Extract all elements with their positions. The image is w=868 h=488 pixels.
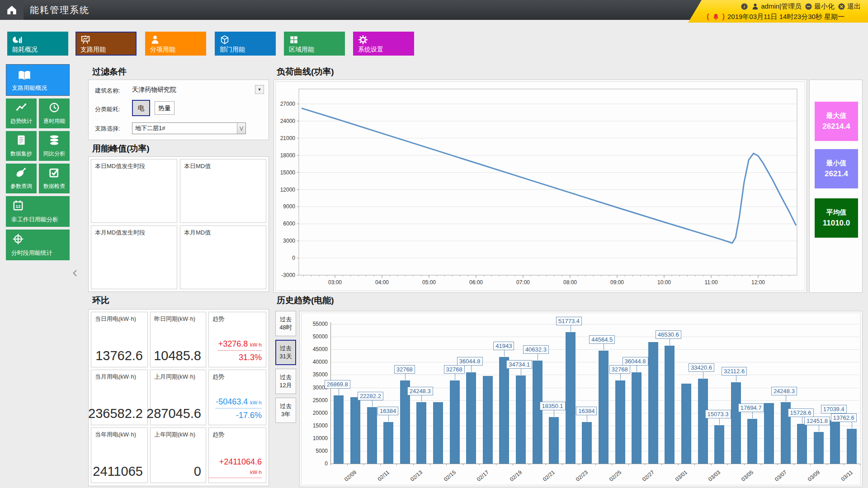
filter-section-title: 过滤条件 [92, 66, 127, 78]
svg-text:09:00: 09:00 [610, 279, 624, 286]
period-button-4[interactable]: 过去3年 [275, 398, 296, 423]
svg-text:24000: 24000 [280, 118, 296, 124]
huanbi-cell-value: 13762.6 [95, 348, 143, 363]
peak-box-label: 本月MD值发生时段 [95, 229, 145, 237]
nav-tab-3[interactable]: 分项用能 [145, 32, 206, 56]
huanbi-cell-value: 287045.6 [146, 406, 201, 421]
bar-02-16 [599, 351, 609, 464]
nav-tab-4[interactable]: 部门用能 [215, 32, 276, 56]
branch-dropdown-arrow-icon[interactable]: ⋁ [237, 123, 245, 134]
bar-x-tick: 02/15 [438, 469, 457, 486]
bar-02-6 [433, 402, 443, 464]
bar-value-label: 24248.3 [771, 387, 797, 395]
sidebar-collapse-arrow[interactable]: ‹ [72, 264, 77, 279]
nav-tab-1[interactable]: 能耗概况 [7, 32, 68, 56]
home-icon [6, 4, 18, 16]
period-button-1[interactable]: 过去48时 [275, 311, 296, 336]
donut-chart-icon [12, 35, 22, 45]
info-icon[interactable]: i [741, 3, 748, 10]
bar-value-label: 22282.2 [358, 392, 383, 400]
sidebar-item-1[interactable]: 支路用能概况 [6, 64, 70, 96]
bar-x-tick: 03/03 [703, 469, 722, 486]
sidebar-item-4[interactable]: 数据集抄 [6, 131, 37, 161]
peak-box-1: 本日MD值发生时段 [91, 159, 177, 223]
svg-text:3000: 3000 [283, 238, 295, 244]
sidebar-item-6[interactable]: 参数查询 [6, 164, 37, 193]
period-button-2[interactable]: 过去31天 [275, 340, 296, 365]
history-bar-chart-panel: 0500010000150002000025000300003500040000… [299, 311, 863, 487]
period-button-3[interactable]: 过去12月 [275, 369, 296, 394]
bar-value-label: 17694.7 [738, 404, 764, 412]
sidebar-item-8[interactable]: 12 非工作日用能分析 [6, 196, 70, 227]
history-bar-chart: 0500010000150002000025000300003500040000… [300, 311, 862, 487]
bar-value-label: 36044.8 [623, 357, 648, 366]
bar-x-tick: 02/19 [505, 469, 523, 486]
bar-x-tick: 02/21 [538, 469, 556, 486]
nav-tab-5[interactable]: 区域用能 [284, 32, 345, 56]
building-dropdown-button[interactable]: ▾ [255, 85, 264, 94]
bar-value-label: 32768 [609, 365, 630, 374]
sidebar-item-9[interactable]: 分时段用能统计 [6, 230, 70, 260]
sidebar-item-2[interactable]: 趋势统计 [6, 99, 37, 128]
load-stats-panel: 最大值 26214.4最小值 2621.4平均值 11010.0 [809, 80, 863, 293]
svg-text:6000: 6000 [283, 221, 295, 227]
huanbi-cell-label: 趋势 [212, 315, 224, 323]
peak-box-label: 本日MD值 [184, 162, 211, 170]
bar-value-label: 13762.6 [831, 413, 857, 422]
branch-select[interactable]: 地下二层1# ⋁ [132, 122, 246, 134]
sidebar-item-5[interactable]: 同比分析 [39, 131, 70, 161]
bar-y-tick: 0 [308, 460, 328, 467]
stat-label: 最大值 [815, 112, 858, 120]
sidebar-item-3[interactable]: 逐时用能 [39, 99, 70, 128]
bar-value-label: 32768 [394, 365, 415, 374]
energy-option-heat[interactable]: 热量 [155, 101, 175, 115]
energy-management-dashboard: 能耗管理系统 i admin|管理员 最小化 [0, 0, 868, 488]
bar-02-20 [665, 346, 675, 464]
stat-value: 26214.4 [815, 122, 858, 131]
load-chart-title: 负荷曲线(功率) [277, 66, 334, 78]
svg-text:04:00: 04:00 [375, 279, 389, 286]
energy-option-electric[interactable]: 电 [132, 100, 150, 116]
minimize-button[interactable]: 最小化 [805, 2, 835, 11]
bar-02-13 [549, 417, 559, 464]
bar-02-11 [516, 375, 526, 464]
huanbi-cell-label: 趋势 [212, 431, 224, 439]
building-select[interactable]: 天津药物研究院 [132, 86, 176, 94]
bar-x-tick: 02/25 [604, 469, 622, 486]
svg-text:i: i [744, 4, 745, 9]
current-user: admin|管理员 [751, 2, 802, 11]
svg-text:9000: 9000 [283, 203, 295, 210]
huanbi-cell-label: 当月用电(kW·h) [95, 373, 136, 381]
bar-value-label: 32768 [444, 365, 465, 374]
peak-box-label: 本月MD值 [184, 229, 211, 237]
bar-x-tick: 02/13 [405, 469, 424, 486]
database-icon [48, 134, 60, 146]
huanbi-grid: 当日用电(kW·h)13762.6昨日同期(kW·h)10485.8趋势 +32… [91, 312, 266, 483]
huanbi-cell-r1c2: 昨日同期(kW·h)10485.8 [150, 312, 206, 367]
trend-block: +3276.8 kW·h 31.3% [218, 339, 262, 362]
check-square-icon [48, 167, 60, 178]
sidebar-item-7[interactable]: 数据检查 [39, 164, 70, 193]
stat-value: 2621.4 [815, 169, 858, 178]
svg-text:07:00: 07:00 [516, 279, 530, 286]
peak-box-label: 本日MD值发生时段 [95, 162, 145, 170]
bar-x-tick: 03/11 [835, 469, 854, 486]
load-line-chart: 2700024000210001800015000120009000600030… [277, 83, 803, 290]
sidebar-item-label: 非工作日用能分析 [11, 216, 58, 224]
bar-value-label: 44564.5 [589, 335, 615, 344]
huanbi-cell-label: 上月同期(kW·h) [154, 373, 195, 381]
sidebar-item-label: 逐时用能 [43, 117, 65, 125]
period-button-label: 过去31天 [276, 344, 295, 360]
alarm-bell-icon[interactable] [712, 13, 720, 21]
nav-tab-6[interactable]: 系统设置 [353, 32, 414, 56]
nav-tab-2[interactable]: 支路用能 [75, 32, 137, 56]
bar-02-15 [582, 422, 592, 464]
logout-button[interactable]: 退出 [838, 2, 861, 11]
bar-02-5 [416, 402, 426, 464]
nav-tab-label: 能耗概况 [12, 46, 38, 54]
bar-value-label: 15728.6 [788, 408, 814, 417]
trend-delta: +3276.8 kW·h [218, 339, 262, 351]
home-button[interactable] [0, 0, 24, 20]
bar-02-21 [681, 384, 691, 464]
huanbi-cell-r1c3: 趋势 +3276.8 kW·h 31.3% [208, 312, 266, 367]
